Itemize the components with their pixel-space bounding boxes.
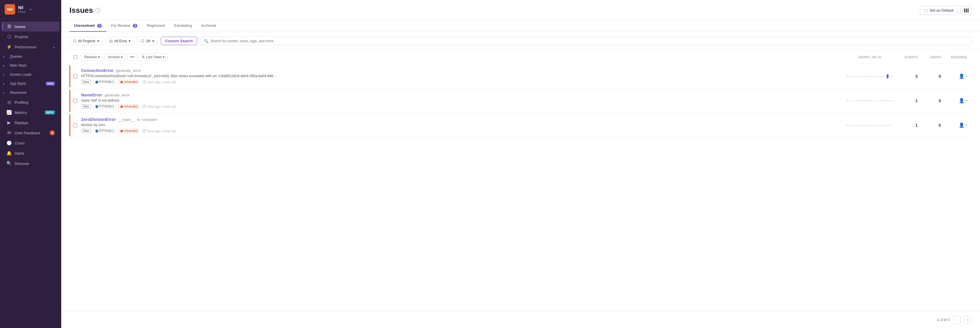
chevron-down-icon: ▾ (121, 55, 123, 59)
error-func: generate_error (104, 93, 129, 97)
sidebar-item-web-vitals[interactable]: Web Vitals (2, 61, 59, 70)
env-icon: ◫ (110, 39, 113, 43)
all-projects-label: All Projects (78, 39, 95, 43)
layout-icon (964, 8, 969, 13)
custom-search-button[interactable]: Custom Search (161, 37, 197, 45)
time-options[interactable]: 24h 1h (872, 55, 881, 59)
user-icon: 👤 (959, 73, 964, 79)
sidebar-item-metrics[interactable]: 📈 Metrics beta (2, 108, 59, 117)
search-icon: 🔍 (204, 39, 208, 43)
select-all-input[interactable] (73, 55, 77, 59)
all-projects-filter[interactable]: ⬡ All Projects ▾ (69, 37, 103, 45)
sidebar-item-performance[interactable]: ⚡ Performance ▴ (2, 42, 59, 52)
issue-meta: New PYTHON-3 Unhandled 🕐 3min ago (81, 104, 841, 109)
sidebar-item-alerts[interactable]: 🔔 Alerts (2, 148, 59, 158)
sidebar-item-queries[interactable]: Queries (2, 52, 59, 61)
row-checkbox-input[interactable] (73, 99, 77, 103)
python-label: PYTHON-3 (99, 105, 114, 108)
error-type-link[interactable]: ZeroDivisionError (81, 117, 116, 122)
error-type-link[interactable]: ConnectionError (81, 68, 113, 73)
all-envs-filter[interactable]: ◫ All Envs ▾ (106, 37, 134, 45)
prev-page-button[interactable]: ‹ (953, 316, 961, 324)
sidebar-item-label: Replays (14, 120, 55, 125)
tab-regressed[interactable]: Regressed (142, 20, 170, 32)
org-header[interactable]: NH Nil Dhee ▾ (0, 0, 61, 19)
issue-users: 0 (922, 98, 946, 103)
resolve-button[interactable]: Resolve ▾ (81, 53, 103, 61)
help-icon[interactable]: ? (95, 8, 100, 13)
sidebar-item-user-feedback[interactable]: ✉ User Feedback 8 (2, 128, 59, 138)
more-actions-button[interactable]: ••• (127, 53, 137, 61)
sidebar-item-screen-loads[interactable]: Screen Loads (2, 70, 59, 79)
row-checkbox-input[interactable] (73, 123, 77, 127)
row-checkbox-input[interactable] (73, 74, 77, 78)
projects-icon: ⬡ (6, 34, 12, 39)
page-title: Issues (69, 6, 93, 15)
chevron-down-icon: ▾ (98, 55, 100, 59)
tag-python: PYTHON-1 (93, 129, 116, 133)
tag-unhandled: Unhandled (118, 129, 140, 133)
tab-label: Archived (201, 23, 216, 28)
time-ago: 5min ago (147, 129, 161, 133)
sidebar-item-crons[interactable]: 🕐 Crons (2, 138, 59, 148)
issue-assignee[interactable]: 👤 ▾ (946, 122, 972, 128)
feedback-count-badge: 8 (49, 130, 55, 135)
table-row: ConnectionError generate_error HTTPSConn… (69, 64, 972, 89)
issue-assignee[interactable]: 👤 ▾ (946, 98, 972, 103)
new-badge: new (46, 82, 55, 86)
python-icon (95, 105, 98, 108)
sidebar-item-projects[interactable]: ⬡ Projects (2, 32, 59, 42)
set-default-label: Set as Default (929, 8, 953, 13)
issue-assignee[interactable]: 👤 ▾ (946, 73, 972, 79)
sidebar-item-label: Discover (14, 162, 55, 166)
beta-badge: beta (45, 110, 55, 114)
folder-icon: ⬡ (73, 39, 76, 43)
time-filter[interactable]: ☐ 1H ▾ (137, 37, 158, 45)
row-checkbox[interactable] (69, 123, 81, 127)
row-checkbox[interactable] (69, 74, 81, 78)
sidebar-nav: ☰ Issues ⬡ Projects ⚡ Performance ▴ Quer… (0, 19, 61, 328)
sidebar-item-label: Profiling (14, 100, 55, 105)
sidebar-item-profiling[interactable]: ◎ Profiling (2, 97, 59, 107)
sort-label: Last Seen (146, 55, 162, 59)
python-icon (95, 130, 98, 133)
chevron-down-icon: ▾ (966, 99, 967, 102)
archive-button[interactable]: Archive ▾ (105, 53, 126, 61)
tab-label: Regressed (147, 23, 165, 28)
table-column-headers: GRAPH: 24h 1h EVENTS USERS ASSIGNEE (841, 55, 972, 59)
row-checkbox[interactable] (69, 99, 81, 103)
search-input[interactable] (210, 39, 968, 43)
tab-label: Unresolved (74, 23, 95, 28)
search-box[interactable]: 🔍 (200, 37, 972, 45)
chevron-down-icon: ▾ (152, 39, 154, 43)
error-type-link[interactable]: NameError (81, 93, 102, 97)
tag-python: PYTHON-2 (93, 80, 116, 84)
issue-events: 3 (899, 74, 922, 79)
sort-button[interactable]: ⇅ Last Seen ▾ (138, 53, 168, 61)
python-label: PYTHON-1 (99, 129, 114, 133)
set-default-button[interactable]: ⬚ Set as Default (920, 6, 958, 15)
select-all-checkbox[interactable] (69, 55, 81, 59)
clock-icon: 🕐 (142, 129, 146, 133)
layout-toggle-button[interactable] (961, 6, 972, 15)
table-actions: Resolve ▾ Archive ▾ ••• ⇅ Last Seen ▾ (81, 53, 841, 61)
title-row: Issues ? (69, 6, 100, 15)
sidebar-item-app-starts[interactable]: App Starts new (2, 79, 59, 88)
page-info: 1–3 of 3 (937, 318, 950, 322)
tab-unresolved[interactable]: Unresolved 3 (69, 20, 107, 32)
sidebar-item-discover[interactable]: 🔍 Discover (2, 158, 59, 168)
sidebar-item-resources[interactable]: Resources (2, 88, 59, 97)
sidebar-item-label: Queries (10, 54, 55, 59)
profiling-icon: ◎ (6, 100, 12, 105)
user-icon: 👤 (959, 122, 964, 128)
issue-users: 0 (922, 74, 946, 79)
tab-archived[interactable]: Archived (197, 20, 221, 32)
next-page-button[interactable]: › (964, 316, 972, 324)
sidebar-item-replays[interactable]: ▶ Replays (2, 118, 59, 128)
tab-escalating[interactable]: Escalating (170, 20, 197, 32)
sidebar-item-issues[interactable]: ☰ Issues (2, 22, 59, 32)
tag-new: New (81, 80, 91, 84)
events-header: EVENTS (899, 55, 922, 59)
tab-for-review[interactable]: For Review 3 (107, 20, 142, 32)
pagination: 1–3 of 3 ‹ › (61, 311, 980, 328)
